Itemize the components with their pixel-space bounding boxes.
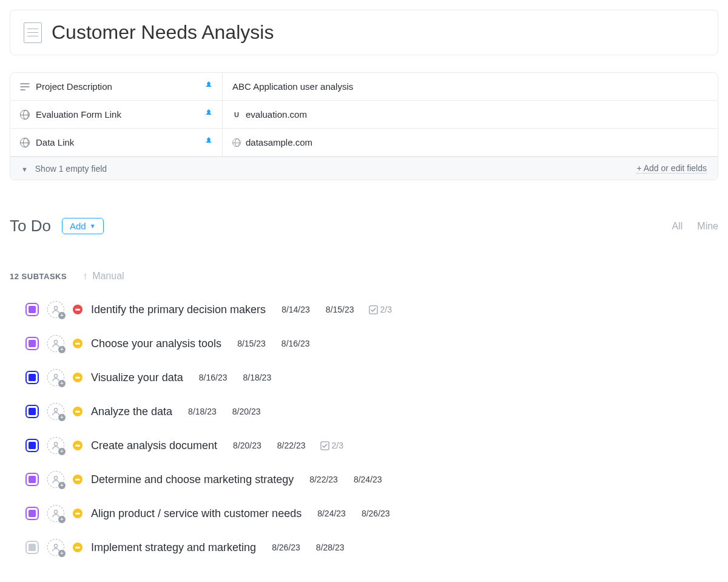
status-checkbox[interactable] [25, 439, 39, 452]
start-date[interactable]: 8/26/23 [272, 543, 300, 552]
field-label-cell[interactable]: Data Link [10, 129, 223, 156]
pin-icon[interactable] [205, 109, 212, 120]
checklist-badge[interactable]: 2/3 [320, 441, 343, 450]
sort-button[interactable]: ↑ Manual [83, 271, 124, 282]
checklist-icon [369, 305, 378, 314]
field-label-cell[interactable]: Project Description [10, 73, 223, 100]
start-date[interactable]: 8/22/23 [309, 475, 338, 484]
svg-point-2 [54, 340, 57, 343]
due-date[interactable]: 8/18/23 [243, 373, 271, 382]
status-checkbox[interactable] [25, 473, 39, 486]
task-row[interactable]: +Analyze the data8/18/238/20/23 [25, 403, 718, 420]
field-value-cell[interactable]: datasample.com [223, 129, 718, 156]
task-title[interactable]: Analyze the data [91, 405, 172, 418]
due-date[interactable]: 8/28/23 [316, 543, 345, 552]
priority-flag-icon[interactable] [73, 441, 83, 450]
priority-flag-icon[interactable] [73, 407, 83, 416]
due-date[interactable]: 8/26/23 [362, 509, 390, 518]
checklist-badge[interactable]: 2/3 [369, 305, 392, 314]
pin-icon[interactable] [205, 81, 212, 92]
subtasks-header: 12 SUBTASKS ↑ Manual [10, 271, 718, 282]
field-label-cell[interactable]: Evaluation Form Link [10, 101, 223, 128]
due-date[interactable]: 8/16/23 [281, 339, 310, 348]
task-row[interactable]: +Determine and choose marketing strategy… [25, 471, 718, 488]
task-row[interactable]: +Implement strategy and marketing8/26/23… [25, 539, 718, 556]
svg-point-3 [54, 374, 57, 377]
status-checkbox[interactable] [25, 303, 39, 316]
assignee-button[interactable]: + [47, 335, 64, 352]
task-title[interactable]: Implement strategy and marketing [91, 541, 256, 554]
task-row[interactable]: +Identify the primary decision makers8/1… [25, 301, 718, 318]
field-value-cell[interactable]: ABC Application user analysis [223, 73, 718, 100]
filter-mine[interactable]: Mine [697, 221, 718, 232]
svg-point-8 [54, 510, 57, 513]
filter-all[interactable]: All [672, 221, 683, 232]
add-task-button[interactable]: Add ▼ [62, 218, 104, 234]
priority-flag-icon[interactable] [73, 475, 83, 484]
task-row[interactable]: +Choose your analysis tools8/15/238/16/2… [25, 335, 718, 352]
todo-title: To Do [10, 217, 51, 235]
field-value: ABC Application user analysis [232, 81, 353, 92]
checklist-count: 2/3 [332, 441, 343, 450]
assignee-button[interactable]: + [47, 301, 64, 318]
start-date[interactable]: 8/15/23 [237, 339, 266, 348]
arrow-up-icon: ↑ [83, 271, 87, 282]
add-edit-fields-button[interactable]: + Add or edit fields [636, 163, 707, 174]
status-checkbox[interactable] [25, 337, 39, 350]
due-date[interactable]: 8/22/23 [277, 441, 306, 450]
field-value: datasample.com [246, 137, 312, 147]
priority-flag-icon[interactable] [73, 509, 83, 518]
task-title[interactable]: Align product / service with customer ne… [91, 507, 302, 520]
assignee-button[interactable]: + [47, 471, 64, 488]
svg-point-0 [54, 306, 57, 310]
assignee-button[interactable]: + [47, 403, 64, 420]
start-date[interactable]: 8/24/23 [317, 509, 346, 518]
plus-icon: + [58, 550, 66, 557]
task-row[interactable]: +Align product / service with customer n… [25, 505, 718, 522]
plus-icon: + [58, 312, 66, 319]
priority-flag-icon[interactable] [73, 373, 83, 382]
task-title[interactable]: Choose your analysis tools [91, 337, 221, 350]
page-title[interactable]: Customer Needs Analysis [52, 21, 274, 44]
task-row[interactable]: +Visualize your data8/16/238/18/23 [25, 369, 718, 386]
field-row-data-link: Data Link datasample.com [10, 129, 718, 157]
task-title[interactable]: Visualize your data [91, 371, 183, 384]
svg-point-5 [54, 442, 57, 445]
priority-flag-icon[interactable] [73, 543, 83, 552]
start-date[interactable]: 8/16/23 [199, 373, 228, 382]
document-icon [24, 22, 42, 43]
status-checkbox[interactable] [25, 507, 39, 520]
start-date[interactable]: 8/14/23 [281, 305, 310, 314]
fields-footer: ▼ Show 1 empty field + Add or edit field… [10, 157, 718, 180]
assignee-button[interactable]: + [47, 505, 64, 522]
task-list: +Identify the primary decision makers8/1… [10, 301, 718, 556]
start-date[interactable]: 8/18/23 [188, 407, 217, 416]
svg-point-9 [54, 544, 57, 547]
status-checkbox[interactable] [25, 405, 39, 418]
field-label: Project Description [36, 81, 112, 92]
subtasks-count: 12 SUBTASKS [10, 272, 67, 281]
task-title[interactable]: Create analysis document [91, 439, 217, 452]
assignee-button[interactable]: + [47, 369, 64, 386]
favicon-globe-icon [232, 138, 241, 147]
favicon-icon: U [232, 110, 241, 119]
status-checkbox[interactable] [25, 371, 39, 384]
task-row[interactable]: +Create analysis document8/20/238/22/232… [25, 437, 718, 454]
status-checkbox[interactable] [25, 541, 39, 554]
due-date[interactable]: 8/20/23 [232, 407, 261, 416]
field-value: evaluation.com [246, 109, 307, 120]
due-date[interactable]: 8/24/23 [354, 475, 382, 484]
pin-icon[interactable] [205, 137, 212, 147]
priority-flag-icon[interactable] [73, 339, 83, 348]
field-value-cell[interactable]: U evaluation.com [223, 101, 718, 128]
priority-flag-icon[interactable] [73, 305, 83, 314]
show-empty-fields-label: Show 1 empty field [35, 164, 107, 174]
show-empty-fields-toggle[interactable]: ▼ Show 1 empty field [21, 164, 107, 174]
plus-icon: + [58, 414, 66, 421]
start-date[interactable]: 8/20/23 [233, 441, 261, 450]
assignee-button[interactable]: + [47, 437, 64, 454]
assignee-button[interactable]: + [47, 539, 64, 556]
task-title[interactable]: Identify the primary decision makers [91, 303, 266, 316]
task-title[interactable]: Determine and choose marketing strategy [91, 473, 294, 486]
due-date[interactable]: 8/15/23 [326, 305, 354, 314]
